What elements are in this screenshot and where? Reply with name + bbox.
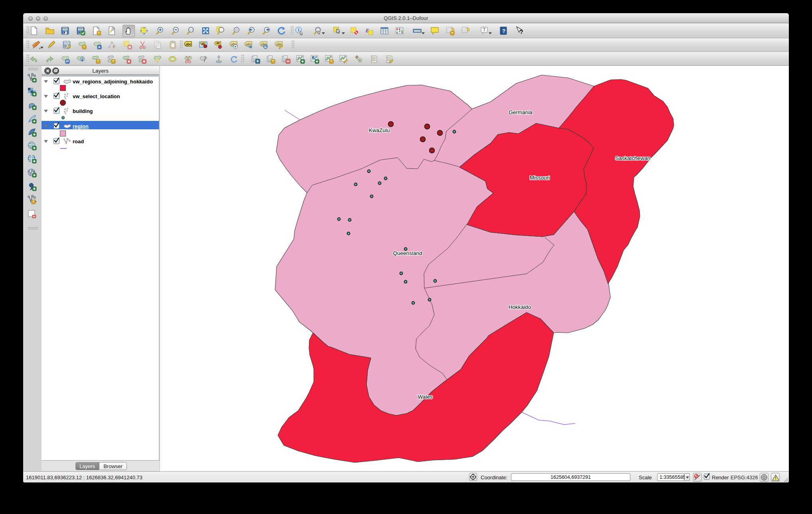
svg-text:*: * (452, 31, 454, 36)
svg-text:abc: abc (186, 42, 192, 46)
svg-text:*: * (272, 59, 274, 64)
svg-text:Queensland: Queensland (393, 250, 422, 256)
svg-text:abc: abc (246, 42, 252, 46)
svg-text:Hokkaido: Hokkaido (509, 304, 531, 310)
svg-text:ε: ε (366, 26, 369, 34)
svg-text:Wales: Wales (418, 394, 432, 400)
svg-text:?: ? (519, 28, 523, 35)
svg-text:!: ! (775, 476, 776, 480)
svg-text:1:1: 1:1 (189, 29, 193, 32)
svg-text:ab: ab (216, 42, 220, 44)
svg-text:ab: ab (201, 42, 204, 45)
svg-text:Missouri: Missouri (530, 175, 550, 181)
svg-text:*: * (113, 59, 115, 64)
svg-text:*: * (83, 45, 85, 49)
svg-text:Germania: Germania (509, 109, 533, 115)
svg-text:*: * (331, 59, 333, 64)
svg-text:?: ? (502, 28, 505, 34)
svg-text:*: * (98, 31, 100, 36)
svg-text:*: * (97, 59, 99, 64)
svg-text:i: i (298, 28, 299, 32)
svg-text:*: * (33, 200, 35, 204)
svg-text:Saskatchewan: Saskatchewan (615, 155, 650, 161)
svg-text:KwaZulu: KwaZulu (369, 127, 390, 133)
